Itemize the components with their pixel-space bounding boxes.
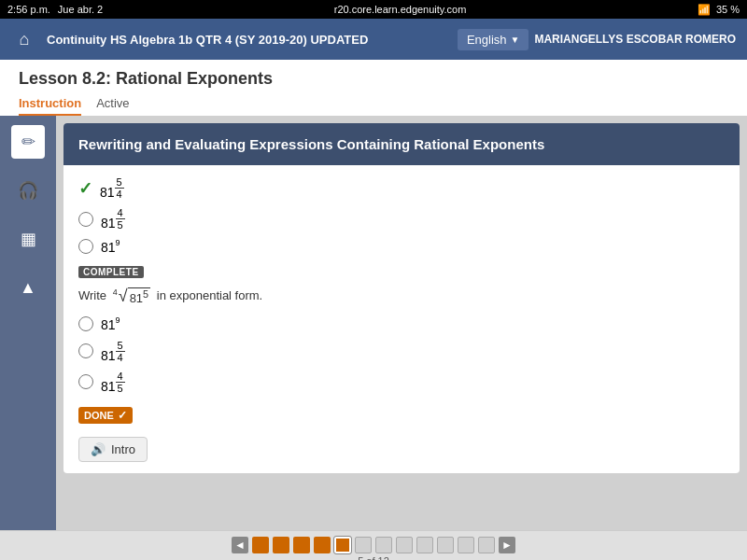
q2-option-3-math: 8145 xyxy=(101,371,125,394)
sidebar-headphones-button[interactable]: 🎧 xyxy=(11,174,45,207)
q2-option-3-radio[interactable] xyxy=(78,374,93,389)
page-dot-7[interactable] xyxy=(375,537,392,553)
tab-instruction[interactable]: Instruction xyxy=(19,92,81,116)
option-3-radio[interactable] xyxy=(78,239,93,254)
intro-button[interactable]: 🔊 Intro xyxy=(78,437,148,462)
language-label: English xyxy=(467,33,507,47)
page-dot-10[interactable] xyxy=(437,537,454,553)
pagination-next-button[interactable]: ► xyxy=(499,537,515,553)
option-2-math: 8145 xyxy=(101,207,125,231)
write-prompt: Write 4 √ 815 in exponential form. xyxy=(78,287,725,305)
question-card: Rewriting and Evaluating Expressions Con… xyxy=(63,123,740,473)
write-label: Write xyxy=(78,288,106,302)
lesson-title: Lesson 8.2: Rational Exponents xyxy=(19,69,728,89)
pencil-icon: ✏ xyxy=(21,132,35,152)
home-icon: ⌂ xyxy=(20,30,30,49)
lesson-header: Lesson 8.2: Rational Exponents Instructi… xyxy=(0,60,747,116)
sidebar-upload-button[interactable]: ▲ xyxy=(11,271,45,304)
radical-index: 4 xyxy=(113,287,118,297)
nav-bar: ⌂ Continuity HS Algebra 1b QTR 4 (SY 201… xyxy=(0,19,747,60)
language-selector[interactable]: English ▼ xyxy=(458,29,529,50)
page-dot-12[interactable] xyxy=(478,537,495,553)
q2-option-row-2[interactable]: 8154 xyxy=(78,340,725,363)
sidebar-pencil-button[interactable]: ✏ xyxy=(11,125,45,159)
main-layout: ✏ 🎧 ▦ ▲ Rewriting and Evaluating Express… xyxy=(0,116,747,530)
lesson-tabs: Instruction Active xyxy=(19,92,728,116)
url: r20.core.learn.edgenuity.com xyxy=(334,4,467,15)
option-2-radio[interactable] xyxy=(78,212,93,227)
q2-option-1-radio[interactable] xyxy=(78,316,93,331)
headphones-icon: 🎧 xyxy=(18,180,38,201)
radical-content: 815 xyxy=(128,287,151,305)
done-badge: DONE ✓ xyxy=(78,407,133,424)
pagination-bar: ◄ ► 5 of 12 xyxy=(0,530,747,560)
intro-label: Intro xyxy=(111,442,135,456)
pagination-prev-button[interactable]: ◄ xyxy=(232,537,248,553)
q2-option-2-math: 8154 xyxy=(101,340,125,363)
pagination-count: 5 of 12 xyxy=(358,555,389,561)
page-dot-6[interactable] xyxy=(355,537,372,553)
radical-sign-icon: √ xyxy=(119,287,128,304)
wifi-icon: 📶 xyxy=(698,4,711,16)
page-dot-9[interactable] xyxy=(416,537,433,553)
q2-option-row-3[interactable]: 8145 xyxy=(78,371,725,394)
card-header: Rewriting and Evaluating Expressions Con… xyxy=(63,123,740,165)
time: 2:56 p.m. xyxy=(7,4,50,15)
write-prompt-end: in exponential form. xyxy=(157,288,262,302)
option-row-3[interactable]: 819 xyxy=(78,238,725,255)
complete-badge: COMPLETE xyxy=(78,266,144,278)
page-dot-2[interactable] xyxy=(273,537,289,553)
q2-option-2-radio[interactable] xyxy=(78,343,93,358)
battery: 35 % xyxy=(716,4,740,15)
user-name: MARIANGELLYS ESCOBAR ROMERO xyxy=(534,33,736,46)
sidebar: ✏ 🎧 ▦ ▲ xyxy=(0,116,56,530)
q2-option-row-1[interactable]: 819 xyxy=(78,315,725,332)
pagination-dots: ◄ ► xyxy=(232,537,515,553)
option-row-2[interactable]: 8145 xyxy=(78,207,725,231)
page-dot-1[interactable] xyxy=(252,537,269,553)
q2-option-1-math: 819 xyxy=(101,315,120,332)
upload-icon: ▲ xyxy=(20,278,36,298)
page-dot-8[interactable] xyxy=(396,537,413,553)
speaker-icon: 🔊 xyxy=(91,442,106,456)
correct-check-icon: ✓ xyxy=(78,178,92,199)
sidebar-calculator-button[interactable]: ▦ xyxy=(11,222,45,256)
page-dot-5[interactable] xyxy=(334,537,351,553)
done-label: DONE xyxy=(84,410,114,421)
tab-active[interactable]: Active xyxy=(96,92,129,116)
home-button[interactable]: ⌂ xyxy=(11,26,37,52)
done-check-icon: ✓ xyxy=(118,409,127,422)
option-3-math: 819 xyxy=(101,238,120,255)
page-dot-3[interactable] xyxy=(293,537,310,553)
option-row-1: ✓ 8154 xyxy=(78,176,725,200)
status-bar: 2:56 p.m. Jue abr. 2 r20.core.learn.edge… xyxy=(0,0,747,19)
course-title: Continuity HS Algebra 1b QTR 4 (SY 2019-… xyxy=(47,33,368,47)
chevron-down-icon: ▼ xyxy=(511,35,520,45)
content-area: Rewriting and Evaluating Expressions Con… xyxy=(56,116,747,530)
calculator-icon: ▦ xyxy=(21,229,36,249)
card-body: ✓ 8154 8145 819 xyxy=(63,165,740,473)
page-dot-4[interactable] xyxy=(314,537,331,553)
option-1-math: 8154 xyxy=(100,176,124,200)
date: Jue abr. 2 xyxy=(58,4,103,15)
page-dot-11[interactable] xyxy=(458,537,474,553)
radical-expr: 4 √ 815 xyxy=(113,287,150,305)
